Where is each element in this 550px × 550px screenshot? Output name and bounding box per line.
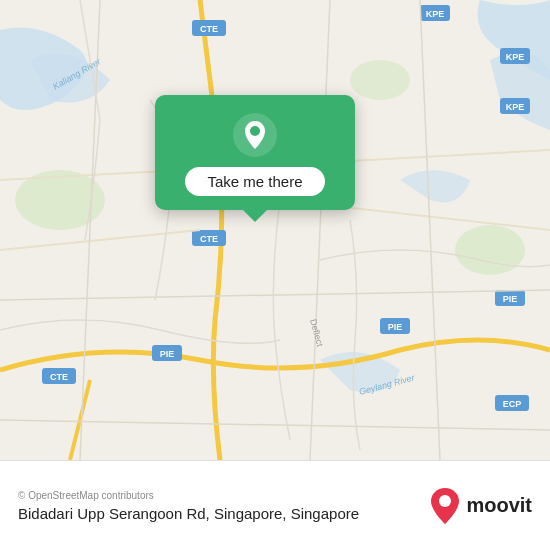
location-address: Bidadari Upp Serangoon Rd, Singapore, Si…	[18, 505, 359, 522]
moovit-branding: moovit	[429, 488, 532, 524]
map-attribution: © OpenStreetMap contributors	[18, 490, 359, 501]
svg-text:PIE: PIE	[388, 322, 403, 332]
svg-point-38	[250, 126, 260, 136]
location-pin-icon	[233, 113, 277, 157]
moovit-logo-icon	[429, 488, 461, 524]
location-info: © OpenStreetMap contributors Bidadari Up…	[18, 490, 359, 522]
take-me-there-button[interactable]: Take me there	[185, 167, 324, 196]
svg-text:PIE: PIE	[503, 294, 518, 304]
svg-text:CTE: CTE	[200, 234, 218, 244]
map-view: CTE CTE CTE PIE PIE PIE KPE KPE KPE	[0, 0, 550, 460]
moovit-label: moovit	[466, 494, 532, 517]
svg-text:KPE: KPE	[426, 9, 445, 19]
location-popup[interactable]: Take me there	[155, 95, 355, 210]
svg-point-2	[455, 225, 525, 275]
svg-point-3	[350, 60, 410, 100]
svg-text:PIE: PIE	[160, 349, 175, 359]
bottom-info-bar: © OpenStreetMap contributors Bidadari Up…	[0, 460, 550, 550]
svg-text:KPE: KPE	[506, 102, 525, 112]
svg-text:CTE: CTE	[50, 372, 68, 382]
svg-text:KPE: KPE	[506, 52, 525, 62]
svg-text:CTE: CTE	[200, 24, 218, 34]
svg-point-39	[439, 495, 451, 507]
svg-text:ECP: ECP	[503, 399, 522, 409]
